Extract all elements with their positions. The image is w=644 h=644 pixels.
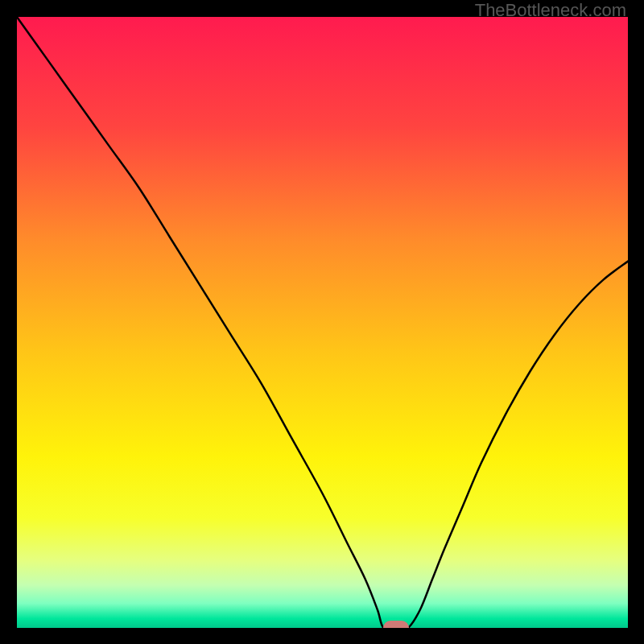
chart-frame: TheBottleneck.com xyxy=(0,0,644,644)
plot-area xyxy=(17,17,628,628)
svg-rect-0 xyxy=(17,17,628,628)
gradient-background xyxy=(17,17,628,628)
optimal-point-marker xyxy=(383,621,409,628)
